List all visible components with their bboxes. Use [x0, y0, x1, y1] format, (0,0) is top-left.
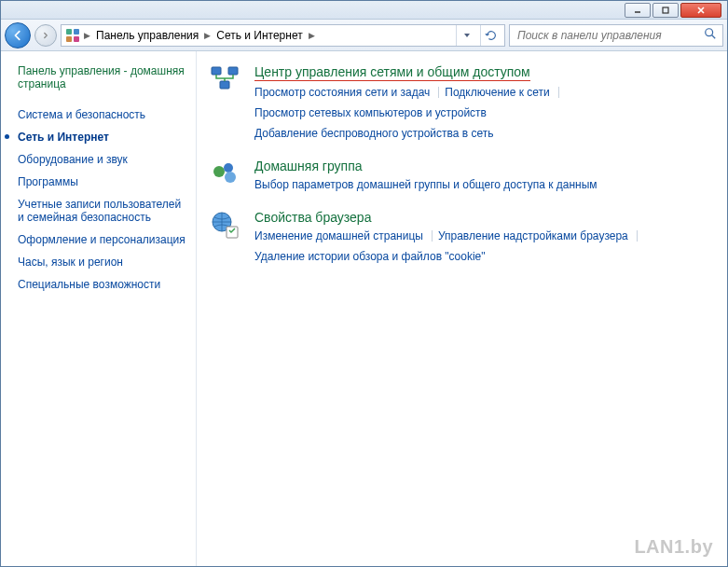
sidebar-item-ease-of-access[interactable]: Специальные возможности — [18, 273, 186, 296]
svg-rect-1 — [663, 7, 668, 13]
sidebar-item-appearance[interactable]: Оформление и персонализация — [18, 228, 186, 251]
control-panel-icon — [65, 28, 80, 43]
forward-button[interactable] — [34, 24, 57, 47]
back-button[interactable] — [5, 22, 31, 48]
breadcrumb-separator[interactable]: ▶ — [84, 31, 90, 40]
section-text-col: Домашняя группа Выбор параметров домашне… — [254, 159, 718, 193]
network-center-icon — [210, 64, 240, 94]
close-button[interactable] — [680, 3, 721, 18]
svg-rect-10 — [220, 81, 229, 89]
svg-point-13 — [225, 172, 236, 183]
body: Панель управления - домашняя страница Си… — [1, 51, 727, 566]
chevron-down-icon — [463, 32, 471, 39]
svg-rect-3 — [74, 29, 79, 35]
section-internet-options: Свойства браузера Изменение домашней стр… — [210, 210, 718, 265]
homegroup-icon — [210, 159, 240, 188]
control-panel-home-link[interactable]: Панель управления - домашняя страница — [18, 64, 186, 90]
link-homegroup-settings[interactable]: Выбор параметров домашней группы и общег… — [254, 176, 607, 193]
refresh-icon — [485, 29, 498, 42]
section-network-sharing: Центр управления сетями и общим доступом… — [210, 64, 718, 142]
svg-point-11 — [213, 166, 225, 177]
svg-point-6 — [706, 29, 713, 36]
sidebar: Панель управления - домашняя страница Си… — [1, 51, 197, 566]
maximize-button[interactable] — [652, 3, 679, 18]
svg-rect-9 — [228, 67, 238, 75]
maximize-icon — [661, 6, 670, 15]
search-input[interactable] — [515, 28, 704, 43]
navigation-bar: ▶ Панель управления ▶ Сеть и Интернет ▶ — [1, 20, 727, 51]
sidebar-item-network-internet[interactable]: Сеть и Интернет — [18, 126, 186, 148]
link-connect-network[interactable]: Подключение к сети — [445, 84, 558, 101]
section-links: Изменение домашней страницы Управление н… — [254, 228, 718, 265]
section-links: Выбор параметров домашней группы и общег… — [254, 176, 718, 193]
section-text-col: Центр управления сетями и общим доступом… — [254, 64, 718, 142]
sidebar-item-clock-language[interactable]: Часы, язык и регион — [18, 251, 186, 273]
section-links: Просмотр состояния сети и задач Подключе… — [254, 84, 718, 142]
section-icon-col — [210, 159, 243, 193]
breadcrumb-item[interactable]: Сеть и Интернет — [214, 29, 304, 42]
svg-line-7 — [712, 35, 716, 39]
link-delete-history-cookies[interactable]: Удаление истории обзора и файлов "cookie… — [254, 248, 495, 265]
link-manage-addons[interactable]: Управление надстройками браузера — [438, 228, 638, 244]
link-add-wireless-device[interactable]: Добавление беспроводного устройства в се… — [254, 125, 503, 142]
sidebar-item-programs[interactable]: Программы — [18, 171, 186, 193]
search-box[interactable] — [509, 24, 723, 47]
refresh-button[interactable] — [480, 25, 501, 46]
section-text-col: Свойства браузера Изменение домашней стр… — [254, 210, 718, 265]
sidebar-item-system-security[interactable]: Система и безопасность — [18, 104, 186, 126]
arrow-left-icon — [11, 29, 24, 42]
sidebar-item-hardware-sound[interactable]: Оборудование и звук — [18, 148, 186, 171]
close-icon — [696, 6, 706, 15]
svg-rect-4 — [66, 36, 72, 42]
breadcrumb-separator[interactable]: ▶ — [309, 31, 315, 40]
watermark: LAN1.by — [634, 536, 713, 558]
section-icon-col — [210, 64, 243, 142]
minimize-icon — [633, 6, 642, 15]
svg-rect-5 — [74, 36, 79, 42]
link-view-network-status[interactable]: Просмотр состояния сети и задач — [254, 84, 439, 101]
section-homegroup: Домашняя группа Выбор параметров домашне… — [210, 159, 718, 193]
breadcrumb-item[interactable]: Панель управления — [94, 29, 200, 42]
window-buttons — [625, 3, 727, 18]
svg-rect-2 — [66, 29, 72, 35]
section-icon-col — [210, 210, 243, 265]
section-title-network-sharing[interactable]: Центр управления сетями и общим доступом — [254, 64, 530, 81]
link-change-homepage[interactable]: Изменение домашней страницы — [254, 228, 433, 244]
address-bar[interactable]: ▶ Панель управления ▶ Сеть и Интернет ▶ — [61, 24, 505, 47]
section-title-internet-options[interactable]: Свойства браузера — [254, 210, 718, 225]
internet-options-icon — [210, 210, 240, 240]
svg-point-12 — [224, 163, 233, 173]
content-area: Центр управления сетями и общим доступом… — [197, 51, 727, 566]
address-dropdown-button[interactable] — [456, 25, 476, 46]
titlebar — [1, 1, 727, 20]
svg-rect-8 — [212, 67, 221, 75]
link-view-network-computers[interactable]: Просмотр сетевых компьютеров и устройств — [254, 104, 496, 121]
breadcrumb-separator[interactable]: ▶ — [204, 31, 211, 40]
arrow-right-icon — [41, 31, 50, 40]
section-title-homegroup[interactable]: Домашняя группа — [254, 159, 718, 173]
control-panel-window: ▶ Панель управления ▶ Сеть и Интернет ▶ … — [0, 0, 728, 567]
search-icon[interactable] — [704, 27, 717, 43]
minimize-button[interactable] — [625, 3, 651, 18]
sidebar-item-user-accounts[interactable]: Учетные записи пользователей и семейная … — [18, 193, 186, 228]
